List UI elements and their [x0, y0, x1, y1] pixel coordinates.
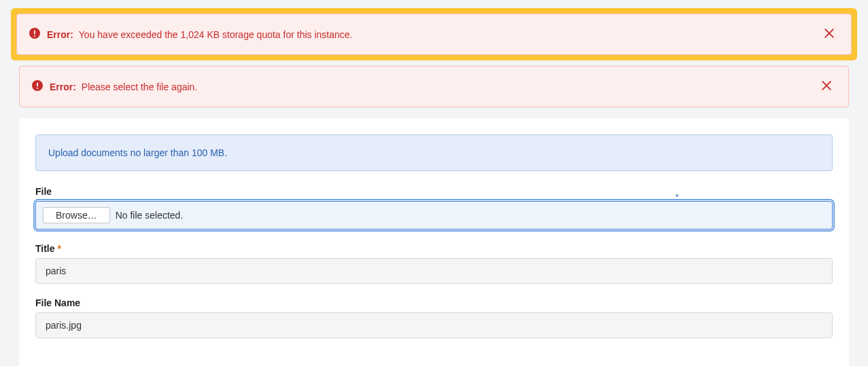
required-indicator: *	[57, 243, 60, 254]
title-label: Title *	[35, 243, 833, 254]
filename-input[interactable]	[35, 312, 833, 338]
filename-field-group: File Name	[35, 297, 833, 338]
close-icon	[820, 79, 833, 94]
file-label: File	[35, 186, 833, 197]
alert-content: Error: You have exceeded the 1,024 KB st…	[29, 28, 352, 41]
storage-quota-error-alert: Error: You have exceeded the 1,024 KB st…	[16, 14, 852, 55]
alert-message: Please select the file again.	[82, 81, 197, 92]
title-label-text: Title	[35, 243, 55, 254]
upload-info-banner: Upload documents no larger than 100 MB.	[35, 134, 833, 171]
focus-marker	[676, 194, 678, 197]
file-field-group: File Browse… No file selected.	[35, 186, 833, 230]
close-icon	[822, 26, 836, 42]
browse-button[interactable]: Browse…	[43, 207, 110, 223]
close-alert-button[interactable]	[817, 76, 836, 97]
file-status-text: No file selected.	[116, 210, 184, 221]
error-icon	[32, 80, 43, 93]
title-field-group: Title *	[35, 243, 833, 284]
svg-rect-1	[34, 31, 35, 35]
error-icon	[29, 28, 40, 41]
alert-content: Error: Please select the file again.	[32, 80, 197, 93]
file-select-error-alert: Error: Please select the file again.	[19, 66, 849, 107]
close-alert-button[interactable]	[820, 24, 839, 45]
svg-point-2	[34, 35, 35, 37]
alert-label: Error:	[47, 29, 73, 40]
alert-label: Error:	[50, 81, 76, 92]
svg-rect-6	[37, 83, 38, 87]
file-input[interactable]: Browse… No file selected.	[35, 201, 833, 230]
alert-highlight-wrapper: Error: You have exceeded the 1,024 KB st…	[11, 8, 857, 60]
title-input[interactable]	[35, 258, 833, 284]
alert-message: You have exceeded the 1,024 KB storage q…	[79, 29, 353, 40]
svg-point-7	[37, 88, 38, 89]
upload-form-card: Upload documents no larger than 100 MB. …	[19, 118, 849, 366]
filename-label: File Name	[35, 297, 833, 308]
